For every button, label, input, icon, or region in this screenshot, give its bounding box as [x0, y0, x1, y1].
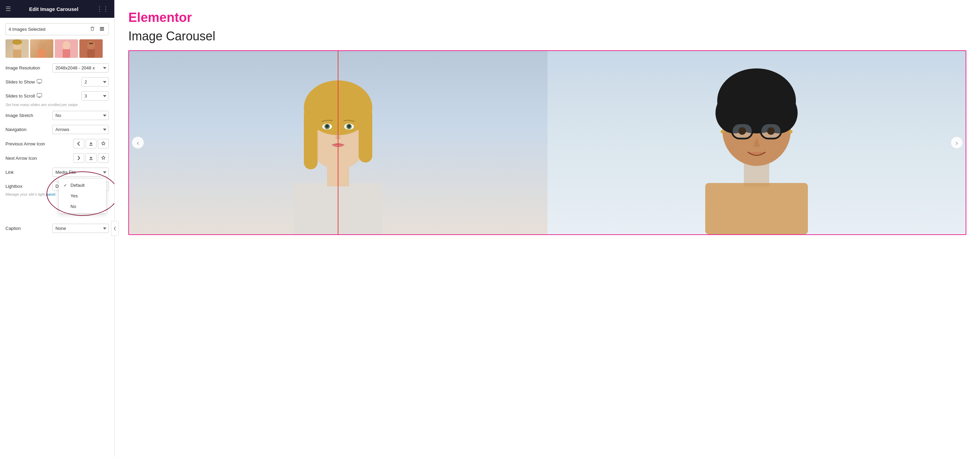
female-photo — [129, 51, 547, 234]
thumbnail-strip — [5, 39, 109, 58]
previous-arrow-icon-row: Previous Arrow Icon — [5, 139, 109, 148]
carousel-next-icon: › — [956, 139, 958, 147]
svg-point-39 — [729, 77, 784, 111]
svg-point-45 — [738, 127, 746, 135]
caption-row: Caption None Title Caption Description — [5, 224, 109, 233]
svg-rect-26 — [359, 108, 372, 162]
carousel-next-button[interactable]: › — [951, 136, 963, 149]
image-resolution-row: Image Resolution 2048x2048 - 2048 x 1024… — [5, 63, 109, 73]
images-selected-row: 4 Images Selected — [5, 23, 109, 35]
male-photo — [547, 51, 966, 234]
apps-grid-icon[interactable]: ⋮⋮ — [97, 5, 109, 13]
thumbnail-2[interactable] — [30, 39, 53, 58]
svg-rect-9 — [38, 49, 46, 58]
lightbox-option-no[interactable]: No — [59, 201, 106, 212]
next-arrow-icon-label: Next Arrow Icon — [5, 156, 73, 161]
svg-rect-19 — [89, 145, 93, 146]
svg-rect-12 — [63, 49, 70, 58]
lightbox-section: Lightbox Default Yes No ✓ Default — [5, 182, 109, 196]
thumbnail-4[interactable] — [80, 39, 103, 58]
svg-rect-1 — [100, 29, 104, 29]
previous-arrow-icon-btns — [73, 139, 109, 148]
image-stretch-row: Image Stretch No Yes — [5, 111, 109, 120]
lightbox-panel-link[interactable]: panel. — [46, 192, 56, 196]
svg-point-11 — [63, 41, 70, 50]
lightbox-label: Lightbox — [5, 184, 52, 189]
caption-label: Caption — [5, 226, 52, 231]
svg-rect-2 — [100, 30, 104, 31]
lightbox-option-default[interactable]: ✓ Default — [59, 180, 106, 190]
carousel-prev-icon: ‹ — [137, 139, 139, 147]
red-line — [338, 51, 339, 234]
prev-arrow-chevron-button[interactable] — [73, 139, 84, 148]
svg-point-46 — [767, 127, 775, 135]
lightbox-option-yes[interactable]: Yes — [59, 190, 106, 201]
images-selected-label: 4 Images Selected — [8, 27, 89, 32]
lightbox-option-yes-label: Yes — [70, 193, 78, 198]
delete-images-button[interactable] — [89, 25, 96, 33]
link-select[interactable]: None Media File Custom URL — [52, 168, 109, 177]
svg-point-29 — [325, 124, 329, 128]
carousel-wrapper: ‹ › — [128, 50, 966, 235]
image-resolution-select[interactable]: 2048x2048 - 2048 x 1024x1024 - 1024 x Fu… — [52, 63, 109, 73]
next-arrow-icon-btns — [73, 153, 109, 163]
sidebar: ☰ Edit Image Carousel ⋮⋮ 4 Images Select… — [0, 0, 115, 457]
monitor-icon — [37, 79, 42, 85]
carousel-prev-button[interactable]: ‹ — [132, 136, 144, 149]
next-arrow-upload-button[interactable] — [86, 153, 97, 163]
next-arrow-icon-row: Next Arrow Icon — [5, 153, 109, 163]
svg-point-14 — [87, 41, 95, 50]
lightbox-option-default-label: Default — [70, 182, 84, 188]
checkmark-icon: ✓ — [64, 183, 68, 188]
sidebar-title: Edit Image Carousel — [29, 6, 78, 12]
slides-to-scroll-select[interactable]: 1 2 3 4 — [81, 91, 109, 101]
brand-title: Elementor — [128, 10, 966, 25]
link-row: Link None Media File Custom URL — [5, 168, 109, 177]
svg-point-48 — [789, 130, 792, 133]
next-arrow-chevron-button[interactable] — [73, 153, 84, 163]
svg-rect-18 — [37, 94, 42, 97]
svg-point-8 — [38, 41, 46, 50]
carousel-slide-1 — [129, 51, 547, 234]
image-stretch-select[interactable]: No Yes — [52, 111, 109, 120]
carousel-slide-2 — [547, 51, 966, 234]
thumbnail-1[interactable] — [5, 39, 29, 58]
image-resolution-label: Image Resolution — [5, 65, 52, 70]
carousel-title: Image Carousel — [128, 29, 966, 43]
prev-arrow-upload-button[interactable] — [86, 139, 97, 148]
navigation-control: None Arrows Dots Both — [52, 125, 109, 134]
link-control: None Media File Custom URL — [52, 168, 109, 177]
slides-to-show-row: Slides to Show 1 2 3 4 — [5, 77, 109, 87]
svg-rect-17 — [37, 79, 42, 83]
slides-to-scroll-control: 1 2 3 4 — [81, 91, 109, 101]
svg-point-47 — [721, 130, 724, 133]
slides-to-show-label: Slides to Show — [5, 79, 81, 85]
hamburger-menu-icon[interactable]: ☰ — [5, 5, 11, 13]
next-arrow-star-button[interactable] — [98, 153, 109, 163]
lightbox-dropdown-popup: ✓ Default Yes No — [59, 178, 107, 213]
sidebar-collapse-handle[interactable] — [111, 221, 119, 236]
slides-to-show-control: 1 2 3 4 — [81, 77, 109, 87]
svg-rect-20 — [89, 159, 93, 160]
navigation-label: Navigation — [5, 127, 52, 132]
navigation-row: Navigation None Arrows Dots Both — [5, 125, 109, 134]
navigation-select[interactable]: None Arrows Dots Both — [52, 125, 109, 134]
slides-to-scroll-row: Slides to Scroll 1 2 3 4 — [5, 91, 109, 101]
image-stretch-label: Image Stretch — [5, 113, 52, 118]
lightbox-option-no-label: No — [70, 204, 76, 209]
svg-point-6 — [12, 39, 22, 45]
svg-point-32 — [347, 124, 351, 128]
slides-to-show-select[interactable]: 1 2 3 4 — [81, 77, 109, 87]
thumbnail-3[interactable] — [55, 39, 78, 58]
svg-rect-5 — [13, 49, 21, 58]
caption-select[interactable]: None Title Caption Description — [52, 224, 109, 233]
svg-rect-25 — [304, 108, 318, 169]
image-resolution-control: 2048x2048 - 2048 x 1024x1024 - 1024 x Fu… — [52, 63, 109, 73]
svg-rect-0 — [100, 27, 104, 28]
caption-control: None Title Caption Description — [52, 224, 109, 233]
prev-arrow-star-button[interactable] — [98, 139, 109, 148]
previous-arrow-icon-label: Previous Arrow Icon — [5, 141, 73, 146]
svg-rect-33 — [705, 183, 808, 234]
slides-to-scroll-label: Slides to Scroll — [5, 93, 81, 99]
list-images-button[interactable] — [98, 25, 106, 33]
